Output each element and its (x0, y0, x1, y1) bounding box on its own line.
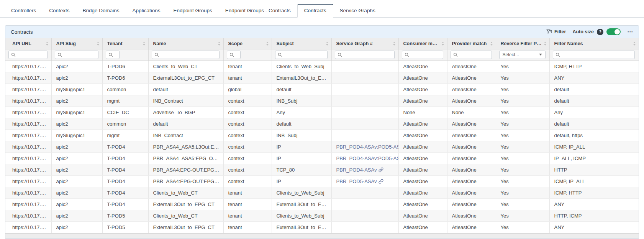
service-graph-text: PBR_POD4-ASAv:POD5-ASAv (336, 144, 399, 150)
cell-reverse_filter_ports: Yes (496, 129, 549, 141)
table-row: https://10.17.87.60mySlugApic1mgmtINB_Co… (5, 129, 639, 141)
sort-icon (46, 42, 48, 46)
cell-api_url: https://10.17.87.62 (5, 118, 51, 129)
cell-subject: INB_Subj (272, 95, 331, 106)
cell-service_graph (331, 210, 398, 221)
tab-service-graphs[interactable]: Service Graphs (333, 4, 382, 17)
cell-service_graph: PBR_POD4-ASAv:POD5-ASAv (331, 141, 398, 152)
table-scrollbar-track[interactable] (5, 233, 639, 238)
tab-endpoint-groups[interactable]: Endpoint Groups (167, 4, 218, 17)
cell-service_graph: PBR_POD4-ASAv:POD5-ASAv (331, 152, 398, 164)
filter-input-name[interactable] (161, 51, 218, 58)
service-graph-link[interactable]: PBR_POD4-ASAv (336, 167, 384, 173)
cell-api_url: https://10.17.87.60 (5, 106, 51, 118)
cell-api_url: https://10.17.87.62 (5, 141, 51, 152)
tab-controllers[interactable]: Controllers (5, 4, 43, 17)
autosize-toggle[interactable] (606, 28, 621, 35)
filter-cell-scope (223, 49, 272, 61)
column-header-consumer_match[interactable]: Consumer match (398, 38, 447, 49)
contracts-panel: Contracts Filter Auto size ? (5, 25, 639, 239)
toggle-knob (615, 29, 620, 34)
column-header-provider_match[interactable]: Provider match (447, 38, 496, 49)
tab-applications[interactable]: Applications (126, 4, 167, 17)
cell-consumer_match: AtleastOne (398, 83, 447, 95)
search-icon (11, 52, 16, 57)
cell-name: default (148, 83, 223, 95)
cell-scope: tenant (223, 72, 272, 83)
cell-subject: default (272, 83, 331, 95)
table-row: https://10.17.87.62apic2T-POD6ExternalL3… (5, 72, 639, 83)
tab-contexts[interactable]: Contexts (43, 4, 76, 17)
cell-consumer_match: AtleastOne (398, 164, 447, 175)
cell-subject: Clients_to_Web_Subj (272, 210, 331, 221)
column-header-subject[interactable]: Subject (272, 38, 331, 49)
filter-input-filter_names[interactable] (562, 51, 633, 58)
cell-scope: context (223, 118, 272, 129)
cell-scope: tenant (223, 187, 272, 198)
search-icon (338, 52, 342, 57)
autosize-control: Auto size ? (572, 28, 621, 35)
cell-scope: tenant (223, 221, 272, 233)
cell-service_graph (331, 129, 398, 141)
cell-reverse_filter_ports: Yes (496, 221, 549, 233)
cell-service_graph (331, 83, 398, 95)
column-label: Tenant (107, 41, 123, 46)
filter-input-api_slug[interactable] (64, 51, 97, 58)
more-options-button[interactable]: ⋯ (627, 30, 633, 34)
cell-scope: context (223, 164, 272, 175)
cell-service_graph (331, 198, 398, 210)
cell-tenant: T-POD6 (102, 61, 148, 72)
select-value: Select... (503, 52, 519, 57)
column-header-reverse_filter_ports[interactable]: Reverse Filter Ports (496, 38, 549, 49)
service-graph-link[interactable]: PBR_POD4-ASAv:POD5-ASAv (336, 144, 399, 150)
service-graph-link[interactable]: PBR_POD4-ASAv:POD5-ASAv (336, 156, 399, 161)
column-header-name[interactable]: Name (148, 38, 223, 49)
tab-contracts[interactable]: Contracts (297, 4, 333, 18)
filter-button[interactable]: Filter (546, 29, 566, 34)
panel-toolbar: Filter Auto size ? ⋯ (546, 28, 633, 35)
cell-subject: IP (272, 152, 331, 164)
cell-filter_names: default (549, 118, 639, 129)
cell-scope: context (223, 95, 272, 106)
filter-input-consumer_match[interactable] (411, 51, 441, 58)
tab-endpoint-groups-contracts[interactable]: Endpoint Groups - Contracts (219, 4, 297, 17)
cell-tenant: common (102, 118, 148, 129)
cell-reverse_filter_ports: Yes (496, 83, 549, 95)
table-row: https://10.17.87.62apic2T-POD6Clients_to… (5, 61, 639, 72)
filter-cell-reverse_filter_ports: Select... (496, 49, 549, 61)
tab-bridge-domains[interactable]: Bridge Domains (76, 4, 126, 17)
cell-name: PBR_ASA4_ASA5:EPG_OUT:EPG:INT (148, 152, 223, 164)
column-header-service_graph[interactable]: Service Graph # (331, 38, 398, 49)
column-label: Service Graph # (336, 41, 373, 46)
cell-api_url: https://10.17.87.62 (5, 198, 51, 210)
filter-input-api_url[interactable] (17, 51, 46, 58)
filter-input-service_graph[interactable] (344, 51, 393, 58)
filter-select-reverse_filter_ports[interactable]: Select... (499, 51, 546, 59)
cell-name: ExternalL3Out_to_EPG_CT (148, 72, 223, 83)
cell-consumer_match: AtleastOne (398, 61, 447, 72)
help-icon[interactable]: ? (597, 29, 603, 35)
table-row: https://10.17.87.62apic2T-POD4PBR_ASA4:E… (5, 164, 639, 175)
cell-filter_names: ICMP, HTTP (549, 187, 639, 198)
cell-tenant: T-POD5 (102, 210, 148, 221)
column-label: Filter Names (554, 41, 583, 46)
cell-filter_names: ICMP, HTTP (549, 61, 639, 72)
table-row: https://10.17.87.62apic2T-POD4PBR_ASA4:E… (5, 175, 639, 187)
cell-consumer_match: None (398, 106, 447, 118)
cell-scope: context (223, 152, 272, 164)
panel-header: Contracts Filter Auto size ? (5, 26, 639, 38)
cell-filter_names: default (549, 83, 639, 95)
cell-reverse_filter_ports: Yes (496, 61, 549, 72)
filter-input-provider_match[interactable] (459, 51, 490, 58)
cell-tenant: mgmt (102, 129, 148, 141)
filter-input-subject[interactable] (284, 51, 326, 58)
column-header-api_url[interactable]: API URL (5, 38, 51, 49)
service-graph-link[interactable]: PBR_POD5-ASAv (336, 178, 384, 184)
column-header-filter_names[interactable]: Filter Names (549, 38, 639, 49)
cell-api_slug: apic2 (51, 61, 102, 72)
cell-consumer_match: AtleastOne (398, 175, 447, 187)
column-header-scope[interactable]: Scope (223, 38, 272, 49)
sort-icon (633, 42, 636, 46)
column-header-api_slug[interactable]: API Slug (51, 38, 102, 49)
column-header-tenant[interactable]: Tenant (102, 38, 148, 49)
